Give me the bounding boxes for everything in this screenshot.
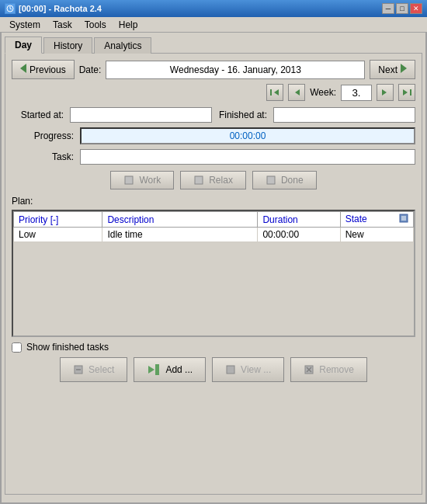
progress-row: Progress: 00:00:00 xyxy=(12,127,415,144)
svg-rect-19 xyxy=(155,364,159,375)
menu-bar: System Task Tools Help xyxy=(0,17,427,33)
date-display: Wednesday - 16. January, 2013 xyxy=(106,61,365,79)
started-at-input[interactable] xyxy=(70,107,212,123)
col-priority[interactable]: Priority [-] xyxy=(14,212,102,228)
svg-line-2 xyxy=(10,9,12,9)
previous-button[interactable]: Previous xyxy=(12,60,75,79)
task-table: Priority [-] Description Duration State xyxy=(13,211,414,242)
relax-icon xyxy=(193,175,204,186)
select-icon xyxy=(73,364,84,375)
view-icon xyxy=(225,364,236,375)
action-buttons: Work Relax Done xyxy=(12,171,415,189)
finished-at-input[interactable] xyxy=(273,107,415,123)
svg-rect-11 xyxy=(267,176,275,184)
select-button[interactable]: Select xyxy=(60,357,127,382)
window-title: [00:00] - Rachota 2.4 xyxy=(19,4,102,13)
bottom-buttons: Select Add ... View ... xyxy=(12,357,415,382)
maximize-button[interactable]: □ xyxy=(396,3,408,14)
tab-history[interactable]: History xyxy=(43,37,92,54)
menu-task[interactable]: Task xyxy=(47,18,78,32)
svg-rect-10 xyxy=(195,176,203,184)
svg-rect-9 xyxy=(125,176,133,184)
menu-tools[interactable]: Tools xyxy=(78,18,113,32)
task-row: Task: xyxy=(12,149,415,165)
main-window: Day History Analytics Previous Date: Wed… xyxy=(0,33,427,504)
task-table-wrapper: Priority [-] Description Duration State xyxy=(12,210,415,337)
plan-label: Plan: xyxy=(12,196,415,207)
next-page-button[interactable] xyxy=(377,84,394,101)
show-finished-checkbox[interactable] xyxy=(12,342,22,353)
week-input[interactable] xyxy=(341,85,372,101)
task-table-scroll[interactable]: Priority [-] Description Duration State xyxy=(13,211,414,335)
work-icon xyxy=(123,175,134,186)
done-button[interactable]: Done xyxy=(252,171,317,189)
next-button[interactable]: Next xyxy=(370,60,415,79)
task-input[interactable] xyxy=(80,149,415,165)
svg-marker-8 xyxy=(403,89,408,96)
arrow-left-icon xyxy=(20,64,26,75)
table-row[interactable]: Low Idle time 00:00:00 New xyxy=(14,228,414,242)
progress-display: 00:00:00 xyxy=(80,127,415,144)
menu-help[interactable]: Help xyxy=(113,18,144,32)
svg-marker-4 xyxy=(274,89,279,96)
table-config-icon[interactable] xyxy=(399,214,408,225)
first-page-button[interactable] xyxy=(266,84,283,101)
week-row: Week: xyxy=(12,84,415,101)
started-finished-row: Started at: Finished at: xyxy=(12,107,415,123)
next-label: Next xyxy=(378,64,397,75)
done-icon xyxy=(266,175,276,186)
add-icon xyxy=(147,363,161,377)
show-finished-label[interactable]: Show finished tasks xyxy=(26,342,109,353)
week-label: Week: xyxy=(310,87,336,98)
svg-marker-18 xyxy=(148,366,154,374)
work-button[interactable]: Work xyxy=(110,171,174,189)
cell-description: Idle time xyxy=(102,228,258,242)
minimize-button[interactable]: ─ xyxy=(382,3,394,14)
app-icon xyxy=(5,3,16,14)
cell-duration: 00:00:00 xyxy=(258,228,340,242)
previous-label: Previous xyxy=(30,64,66,75)
remove-icon xyxy=(304,364,314,375)
svg-rect-20 xyxy=(227,366,234,374)
view-button[interactable]: View ... xyxy=(212,357,284,382)
finished-at-label: Finished at: xyxy=(218,109,267,120)
menu-system[interactable]: System xyxy=(3,18,47,32)
tab-day[interactable]: Day xyxy=(5,36,42,54)
cell-state: New xyxy=(340,228,413,242)
cell-priority: Low xyxy=(14,228,102,242)
col-duration[interactable]: Duration xyxy=(258,212,340,228)
col-state[interactable]: State xyxy=(340,212,413,228)
relax-button[interactable]: Relax xyxy=(180,171,246,189)
remove-button[interactable]: Remove xyxy=(290,357,367,382)
started-at-label: Started at: xyxy=(12,109,64,120)
content-area: Previous Date: Wednesday - 16. January, … xyxy=(5,53,422,495)
col-description[interactable]: Description xyxy=(102,212,258,228)
show-finished-row: Show finished tasks xyxy=(12,342,415,353)
date-label: Date: xyxy=(79,64,102,75)
svg-marker-6 xyxy=(382,89,387,96)
nav-row: Previous Date: Wednesday - 16. January, … xyxy=(12,60,415,79)
task-label: Task: xyxy=(12,151,74,162)
svg-marker-5 xyxy=(295,89,300,96)
prev-page-button[interactable] xyxy=(288,84,305,101)
last-page-button[interactable] xyxy=(398,84,415,101)
close-button[interactable]: ✕ xyxy=(410,3,422,14)
tab-bar: Day History Analytics xyxy=(5,36,422,53)
tab-analytics[interactable]: Analytics xyxy=(94,37,151,54)
title-bar: [00:00] - Rachota 2.4 ─ □ ✕ xyxy=(0,0,427,17)
add-button[interactable]: Add ... xyxy=(134,357,206,382)
arrow-right-icon xyxy=(401,64,407,75)
progress-label: Progress: xyxy=(12,130,74,141)
